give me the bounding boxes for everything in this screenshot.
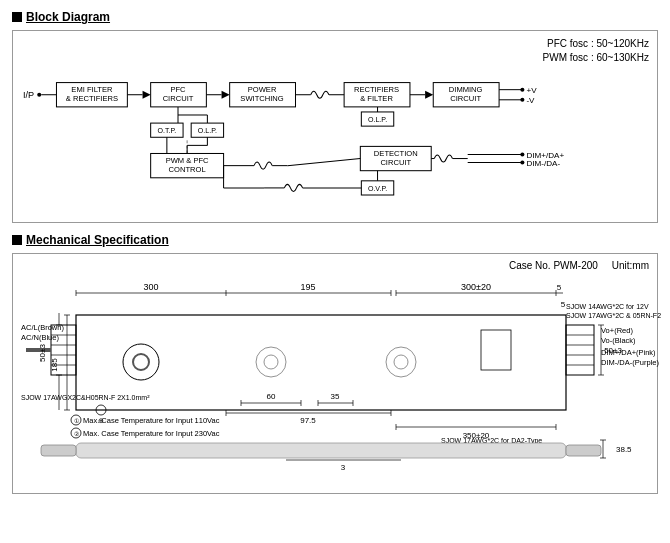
svg-text:DETECTION: DETECTION — [374, 149, 418, 158]
case-info: Case No. PWM-200 Unit:mm — [509, 260, 649, 271]
pwm-fosc: PWM fosc : 60~130KHz — [543, 51, 649, 65]
svg-point-104 — [123, 344, 159, 380]
svg-text:60: 60 — [267, 392, 276, 401]
svg-text:CIRCUIT: CIRCUIT — [450, 94, 481, 103]
svg-marker-11 — [222, 91, 230, 99]
svg-point-57 — [520, 152, 524, 156]
svg-text:50±3: 50±3 — [38, 344, 47, 362]
mech-spec-area: Case No. PWM-200 Unit:mm 300 195 — [12, 253, 658, 494]
svg-text:EMI FILTER: EMI FILTER — [71, 85, 113, 94]
pfc-fosc: PFC fosc : 50~120KHz — [543, 37, 649, 51]
svg-text:PWM & PFC: PWM & PFC — [166, 156, 209, 165]
svg-text:97.5: 97.5 — [300, 416, 316, 425]
svg-point-29 — [520, 88, 524, 92]
mech-spec-header: Mechanical Specification — [12, 233, 658, 247]
svg-text:& FILTER: & FILTER — [360, 94, 393, 103]
svg-text:3: 3 — [341, 463, 346, 472]
svg-text:AC/N(Blue): AC/N(Blue) — [21, 333, 59, 342]
block-diagram-area: PFC fosc : 50~120KHz PWM fosc : 60~130KH… — [12, 30, 658, 223]
page: Block Diagram PFC fosc : 50~120KHz PWM f… — [0, 0, 670, 504]
svg-text:SJOW 17AWG*2C & 05RN-F2*1.0mm²: SJOW 17AWG*2C & 05RN-F2*1.0mm², for 24V/… — [566, 312, 661, 319]
svg-text:O.V.P.: O.V.P. — [368, 185, 387, 193]
svg-point-124 — [394, 355, 408, 369]
svg-text:②: ② — [74, 431, 79, 437]
mech-diagram: 300 195 300±20 5 — [21, 275, 649, 487]
svg-text:RECTIFIERS: RECTIFIERS — [354, 85, 399, 94]
svg-text:POWER: POWER — [248, 85, 277, 94]
svg-text:Max. Case Temperature for Inpu: Max. Case Temperature for Input 230Vac — [83, 429, 220, 438]
svg-text:O.L.P.: O.L.P. — [368, 116, 387, 124]
svg-text:DIMMING: DIMMING — [449, 85, 483, 94]
header-square — [12, 12, 22, 22]
svg-text:+V: +V — [526, 86, 537, 95]
svg-text:& RECTIFIERS: & RECTIFIERS — [66, 94, 118, 103]
svg-text:PFC: PFC — [170, 85, 186, 94]
svg-text:O.T.P.: O.T.P. — [157, 127, 176, 135]
svg-text:DIM-/DA-(Purple): DIM-/DA-(Purple) — [601, 358, 659, 367]
svg-rect-145 — [76, 443, 566, 458]
svg-text:O.L.P.: O.L.P. — [198, 127, 217, 135]
svg-rect-147 — [566, 445, 601, 456]
svg-text:SJOW 17AWGX2C&H05RN-F 2X1.0mm²: SJOW 17AWGX2C&H05RN-F 2X1.0mm² — [21, 394, 150, 401]
svg-text:38.5: 38.5 — [616, 445, 632, 454]
svg-text:5: 5 — [557, 283, 562, 292]
svg-point-105 — [133, 354, 149, 370]
svg-point-60 — [520, 161, 524, 165]
svg-text:Vo+(Red): Vo+(Red) — [601, 326, 633, 335]
svg-marker-24 — [425, 91, 433, 99]
svg-point-122 — [264, 355, 278, 369]
svg-text:35: 35 — [331, 392, 340, 401]
block-diagram-header: Block Diagram — [12, 10, 658, 24]
mech-header-row: Case No. PWM-200 Unit:mm — [21, 260, 649, 271]
svg-text:SWITCHING: SWITCHING — [240, 94, 283, 103]
header-square-2 — [12, 235, 22, 245]
svg-text:CIRCUIT: CIRCUIT — [163, 94, 194, 103]
case-no: Case No. PWM-200 — [509, 260, 598, 271]
svg-text:300: 300 — [143, 282, 158, 292]
ip-label: I/P — [23, 90, 34, 100]
svg-line-53 — [287, 159, 360, 166]
svg-text:DIM+/DA+(Pink): DIM+/DA+(Pink) — [601, 348, 656, 357]
block-diagram-title: Block Diagram — [26, 10, 110, 24]
svg-text:Vo-(Black): Vo-(Black) — [601, 336, 636, 345]
svg-text:①: ① — [74, 418, 79, 424]
svg-rect-90 — [566, 325, 594, 375]
svg-text:DIM-/DA-: DIM-/DA- — [526, 159, 560, 168]
svg-point-32 — [520, 98, 524, 102]
svg-point-121 — [256, 347, 286, 377]
svg-text:AC/L(Brown): AC/L(Brown) — [21, 323, 64, 332]
svg-text:SJOW 14AWG*2C for 12V: SJOW 14AWG*2C for 12V — [566, 303, 649, 310]
mech-svg: 300 195 300±20 5 — [21, 275, 661, 485]
svg-marker-6 — [143, 91, 151, 99]
svg-text:-V: -V — [526, 96, 535, 105]
svg-rect-125 — [481, 330, 511, 370]
svg-rect-146 — [41, 445, 76, 456]
svg-point-0 — [37, 93, 41, 97]
svg-text:Max. Case Temperature for Inpu: Max. Case Temperature for Input 110Vac — [83, 416, 220, 425]
svg-text:195: 195 — [300, 282, 315, 292]
svg-point-123 — [386, 347, 416, 377]
svg-text:300±20: 300±20 — [461, 282, 491, 292]
pfc-info: PFC fosc : 50~120KHz PWM fosc : 60~130KH… — [543, 37, 649, 65]
mech-spec-title: Mechanical Specification — [26, 233, 169, 247]
svg-text:CONTROL: CONTROL — [169, 165, 206, 174]
svg-text:185: 185 — [50, 358, 59, 372]
unit: Unit:mm — [612, 260, 649, 271]
svg-text:CIRCUIT: CIRCUIT — [380, 158, 411, 167]
